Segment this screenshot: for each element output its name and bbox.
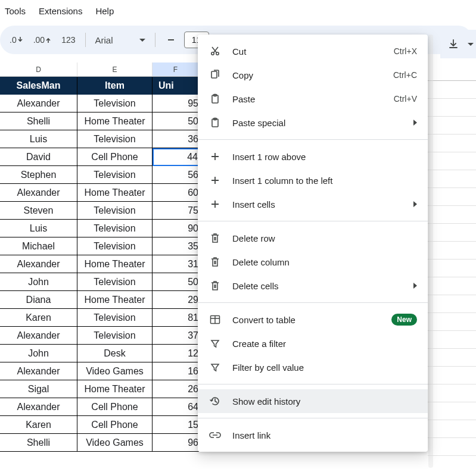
menu-insert-row-above[interactable]: Insert 1 row above xyxy=(198,145,428,168)
cell-item[interactable]: Television xyxy=(77,166,153,184)
cell-salesman[interactable]: John xyxy=(0,345,77,362)
cell-salesman[interactable]: Alexander xyxy=(0,95,77,112)
menu-tools[interactable]: Tools xyxy=(5,6,26,16)
cell-units[interactable]: 50 xyxy=(153,273,199,291)
cell-item[interactable]: Television xyxy=(77,130,153,148)
cell-item[interactable]: Home Theater xyxy=(77,380,153,398)
cell-salesman[interactable]: Sigal xyxy=(0,380,77,398)
cell-salesman[interactable]: Alexander xyxy=(0,255,77,273)
cell-units[interactable]: 75 xyxy=(153,202,199,220)
table-row: DianaHome Theater29 xyxy=(0,291,199,309)
cell-units[interactable]: 81 xyxy=(153,309,199,327)
cell-units[interactable]: 96 xyxy=(153,434,199,452)
decrease-decimal-button[interactable]: .0 xyxy=(6,30,26,50)
cell-units[interactable]: 29 xyxy=(153,291,199,309)
menu-extensions[interactable]: Extensions xyxy=(39,6,82,16)
cell-units[interactable]: 16 xyxy=(153,362,199,380)
decrease-decimal-label: .0 xyxy=(10,35,17,45)
cell-units[interactable]: 56 xyxy=(153,166,199,184)
cell-salesman[interactable]: David xyxy=(0,148,77,166)
menu-copy[interactable]: Copy Ctrl+C xyxy=(198,63,428,87)
cell-units[interactable]: 31 xyxy=(153,255,199,273)
cell-salesman[interactable]: Shelli xyxy=(0,112,77,130)
cell-item[interactable]: Cell Phone xyxy=(77,398,153,416)
cell-salesman[interactable]: Alexander xyxy=(0,398,77,416)
cell-salesman[interactable]: Michael xyxy=(0,237,77,255)
cell-item[interactable]: Home Theater xyxy=(77,291,153,309)
download-button[interactable] xyxy=(444,34,463,54)
cell-salesman[interactable]: Luis xyxy=(0,130,77,148)
font-size-decrease-button[interactable] xyxy=(161,30,181,50)
menu-delete-row[interactable]: Delete row xyxy=(198,226,428,250)
column-header-D[interactable]: D xyxy=(0,62,77,77)
cell-units[interactable]: 15 xyxy=(153,416,199,434)
cell-item[interactable]: Home Theater xyxy=(77,184,153,202)
menu-paste-special-label: Paste special xyxy=(232,118,403,128)
number-format-button[interactable]: 123 xyxy=(58,30,79,50)
cell-units[interactable]: 50 xyxy=(153,112,199,130)
cell-units[interactable]: 35 xyxy=(153,237,199,255)
cell-units[interactable]: 44 xyxy=(153,148,199,166)
context-menu-scrollbar[interactable] xyxy=(428,35,433,468)
font-picker[interactable]: Arial xyxy=(92,30,149,50)
column-header-F[interactable]: F xyxy=(153,62,199,77)
cell-item[interactable]: Television xyxy=(77,273,153,291)
cell-item[interactable]: Television xyxy=(77,95,153,112)
cell-item[interactable]: Television xyxy=(77,309,153,327)
column-header-E[interactable]: E xyxy=(77,62,153,77)
font-name-label: Arial xyxy=(95,35,113,45)
cell-salesman[interactable]: Luis xyxy=(0,220,77,237)
cell-units[interactable]: 90 xyxy=(153,220,199,237)
menu-delete-row-label: Delete row xyxy=(232,233,417,243)
menu-delete-cells[interactable]: Delete cells xyxy=(198,274,428,298)
menu-insert-col-left[interactable]: Insert 1 column to the left xyxy=(198,168,428,192)
menu-filter-by-value[interactable]: Filter by cell value xyxy=(198,355,428,379)
cell-salesman[interactable]: Diana xyxy=(0,291,77,309)
cell-item[interactable]: Television xyxy=(77,220,153,237)
cell-units[interactable]: 95 xyxy=(153,95,199,112)
cell-salesman[interactable]: Alexander xyxy=(0,184,77,202)
cell-item[interactable]: Cell Phone xyxy=(77,148,153,166)
increase-decimal-button[interactable]: .00 xyxy=(30,30,54,50)
menu-insert-link[interactable]: Insert link xyxy=(198,423,428,447)
menu-convert-to-table[interactable]: Convert to table New xyxy=(198,308,428,332)
history-icon xyxy=(209,395,222,408)
cell-item[interactable]: Video Games xyxy=(77,362,153,380)
cell-item[interactable]: Television xyxy=(77,327,153,345)
cell-units[interactable]: 37 xyxy=(153,327,199,345)
cell-salesman[interactable]: Karen xyxy=(0,309,77,327)
cell-salesman[interactable]: Alexander xyxy=(0,362,77,380)
cell-item[interactable]: Home Theater xyxy=(77,255,153,273)
submenu-arrow-icon xyxy=(413,201,417,207)
cell-item[interactable]: Television xyxy=(77,237,153,255)
cell-units[interactable]: 26 xyxy=(153,380,199,398)
header-units[interactable]: Uni xyxy=(153,77,199,95)
cell-salesman[interactable]: Alexander xyxy=(0,327,77,345)
menu-create-filter[interactable]: Create a filter xyxy=(198,332,428,355)
menu-insert-cells[interactable]: Insert cells xyxy=(198,192,428,216)
menu-paste[interactable]: Paste Ctrl+V xyxy=(198,87,428,111)
menu-show-edit-history[interactable]: Show edit history xyxy=(198,389,428,413)
cell-salesman[interactable]: John xyxy=(0,273,77,291)
cell-salesman[interactable]: Stephen xyxy=(0,166,77,184)
header-salesman[interactable]: SalesMan xyxy=(0,77,77,95)
cell-item[interactable]: Cell Phone xyxy=(77,416,153,434)
cell-units[interactable]: 12 xyxy=(153,345,199,362)
cell-salesman[interactable]: Karen xyxy=(0,416,77,434)
menu-paste-special[interactable]: Paste special xyxy=(198,111,428,135)
header-item[interactable]: Item xyxy=(77,77,153,95)
cell-item[interactable]: Home Theater xyxy=(77,112,153,130)
menu-help[interactable]: Help xyxy=(95,6,114,16)
cell-item[interactable]: Video Games xyxy=(77,434,153,452)
plus-icon xyxy=(209,174,222,187)
cell-units[interactable]: 36 xyxy=(153,130,199,148)
cell-salesman[interactable]: Steven xyxy=(0,202,77,220)
cell-salesman[interactable]: Shelli xyxy=(0,434,77,452)
cell-item[interactable]: Television xyxy=(77,202,153,220)
menu-cut[interactable]: Cut Ctrl+X xyxy=(198,39,428,63)
menu-delete-column[interactable]: Delete column xyxy=(198,250,428,274)
cell-item[interactable]: Desk xyxy=(77,345,153,362)
cell-units[interactable]: 64 xyxy=(153,398,199,416)
trash-icon xyxy=(209,255,222,268)
cell-units[interactable]: 60 xyxy=(153,184,199,202)
